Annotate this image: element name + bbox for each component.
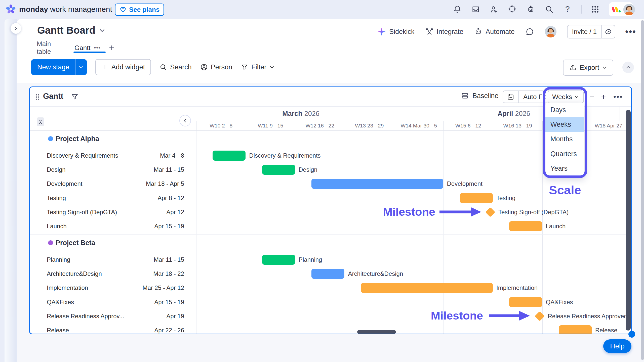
board-owner-avatar[interactable] bbox=[545, 26, 556, 37]
collapse-board-header-button[interactable] bbox=[622, 62, 634, 73]
gantt-bar[interactable] bbox=[460, 193, 493, 203]
inbox-icon[interactable] bbox=[471, 5, 480, 14]
add-view-button[interactable] bbox=[108, 43, 115, 53]
product-switcher-grid-icon[interactable] bbox=[590, 5, 600, 14]
scale-option[interactable]: Days bbox=[545, 103, 584, 117]
task-row[interactable]: PlanningMar 11 - 15 bbox=[30, 253, 194, 267]
tab-gantt[interactable]: Gantt ••• bbox=[74, 43, 101, 53]
discussion-bubble-icon[interactable] bbox=[525, 27, 534, 36]
monday-app: mondaywork management See plans bbox=[0, 0, 644, 362]
automate-button[interactable]: Automate bbox=[474, 27, 515, 36]
task-row[interactable]: DesignMar 11 - 15 bbox=[30, 163, 194, 177]
search-icon[interactable] bbox=[544, 5, 554, 14]
horizontal-scrollbar[interactable] bbox=[357, 330, 396, 334]
board-title[interactable]: Gantt Board bbox=[37, 25, 105, 36]
zoom-out-button[interactable]: − bbox=[587, 90, 597, 103]
week-cell: W13 23 - 29 bbox=[345, 121, 394, 130]
board-more-options-icon[interactable]: ••• bbox=[626, 27, 635, 36]
task-row[interactable]: Testing Sign-off (DepGTA)Apr 12 bbox=[30, 205, 194, 219]
task-dates: Apr 8 - 12 bbox=[158, 195, 184, 202]
scale-option[interactable]: Years bbox=[545, 161, 584, 176]
task-row[interactable]: ReleaseApr 22 - 26 bbox=[30, 323, 194, 334]
milestone-diamond-icon[interactable] bbox=[535, 311, 545, 321]
task-row[interactable]: ImplementationMar 25 - Apr 12 bbox=[30, 281, 194, 295]
bar-label: Discovery & Requirements bbox=[249, 151, 321, 161]
task-row[interactable]: Architecture&DesignMar 18 - 22 bbox=[30, 267, 194, 281]
gantt-bar[interactable] bbox=[509, 221, 542, 231]
task-row[interactable]: TestingApr 8 - 12 bbox=[30, 191, 194, 205]
bar-label: Testing bbox=[496, 193, 515, 203]
widget-resize-dot[interactable] bbox=[628, 331, 635, 338]
tab-main-table[interactable]: Main table bbox=[37, 43, 66, 53]
sidebar-expand-button[interactable] bbox=[11, 23, 21, 34]
sidekick-label: Sidekick bbox=[389, 28, 415, 36]
chevron-down-icon bbox=[99, 27, 105, 34]
scale-option[interactable]: Months bbox=[545, 132, 584, 147]
invite-button-group: Invite / 1 bbox=[567, 25, 615, 38]
collapse-all-groups-button[interactable] bbox=[37, 117, 44, 126]
task-name: Development bbox=[47, 180, 82, 187]
filter-button[interactable]: Filter bbox=[241, 63, 274, 71]
export-chevron-icon bbox=[602, 65, 607, 70]
gantt-widget[interactable]: Gantt Baseline Auto Fit Weeks − + ••• bbox=[29, 86, 632, 334]
scale-option[interactable]: Weeks bbox=[545, 117, 584, 132]
month-cell: March2026 bbox=[194, 107, 408, 121]
account-chip[interactable] bbox=[609, 2, 635, 17]
see-plans-button[interactable]: See plans bbox=[115, 4, 164, 16]
task-row[interactable]: LaunchApr 15 - 19 bbox=[30, 219, 194, 233]
week-cell: W15 6 - 12 bbox=[444, 121, 493, 130]
gantt-bar[interactable] bbox=[311, 179, 443, 189]
board-header-actions: Sidekick Integrate Automate Invite / 1 •… bbox=[377, 25, 635, 38]
scale-option[interactable]: Quarters bbox=[545, 147, 584, 161]
assistant-robot-icon[interactable] bbox=[526, 5, 536, 14]
gantt-bar[interactable] bbox=[213, 151, 246, 161]
drag-handle-icon[interactable] bbox=[35, 93, 40, 101]
group-color-dot bbox=[48, 240, 53, 245]
task-row[interactable]: Discovery & RequirementsMar 4 - 8 bbox=[30, 149, 194, 163]
zoom-in-button[interactable]: + bbox=[598, 90, 609, 103]
gantt-bar[interactable] bbox=[262, 165, 295, 175]
export-button[interactable]: Export bbox=[563, 60, 613, 76]
gantt-bar[interactable] bbox=[559, 325, 592, 334]
bar-label: Architecture&Design bbox=[348, 269, 403, 279]
integrate-button[interactable]: Integrate bbox=[425, 27, 464, 36]
widget-more-options-icon[interactable]: ••• bbox=[613, 90, 623, 103]
group-row[interactable]: Project Alpha bbox=[30, 132, 194, 146]
task-row[interactable]: DevelopmentMar 18 - Apr 5 bbox=[30, 177, 194, 191]
new-stage-chevron-icon[interactable] bbox=[76, 59, 87, 75]
milestone-diamond-icon[interactable] bbox=[485, 207, 495, 217]
gantt-bar[interactable] bbox=[361, 283, 493, 293]
scale-dropdown-button[interactable]: Weeks bbox=[548, 90, 584, 103]
calendar-icon[interactable] bbox=[503, 91, 519, 103]
task-row[interactable]: Release Readiness Approv...Apr 19 bbox=[30, 309, 194, 323]
invite-button[interactable]: Invite / 1 bbox=[568, 25, 601, 38]
sidekick-button[interactable]: Sidekick bbox=[377, 27, 415, 36]
bar-label: QA&Fixes bbox=[546, 297, 573, 307]
page-title: Gantt Board bbox=[37, 25, 95, 36]
new-stage-split-button[interactable]: New stage bbox=[31, 59, 87, 75]
user-avatar[interactable] bbox=[623, 4, 635, 15]
gantt-bar[interactable] bbox=[311, 269, 344, 279]
auto-fit-button[interactable]: Auto Fit bbox=[519, 91, 550, 103]
collapse-task-panel-button[interactable] bbox=[179, 115, 191, 126]
help-question-icon[interactable]: ? bbox=[563, 5, 572, 14]
gantt-bar[interactable] bbox=[509, 297, 542, 307]
tab-options-icon[interactable]: ••• bbox=[94, 44, 101, 51]
widget-filter-icon[interactable] bbox=[71, 93, 79, 101]
toolbar: New stage Add widget Search Person Filte… bbox=[31, 59, 274, 75]
invite-members-icon[interactable] bbox=[489, 5, 499, 14]
help-button[interactable]: Help bbox=[603, 339, 631, 353]
task-row[interactable]: QA&FixesApr 15 - 19 bbox=[30, 295, 194, 309]
vertical-scrollbar[interactable] bbox=[626, 110, 631, 331]
copy-link-icon[interactable] bbox=[602, 25, 615, 38]
add-widget-button[interactable]: Add widget bbox=[95, 59, 151, 75]
group-row[interactable]: Project Beta bbox=[30, 236, 194, 250]
page-scrollbar[interactable] bbox=[641, 20, 644, 360]
notifications-bell-icon[interactable] bbox=[453, 5, 462, 14]
gantt-bar[interactable] bbox=[262, 255, 295, 265]
person-filter-button[interactable]: Person bbox=[200, 63, 232, 71]
apps-marketplace-icon[interactable] bbox=[508, 5, 517, 14]
baseline-button[interactable]: Baseline bbox=[461, 92, 499, 100]
task-dates: Mar 11 - 15 bbox=[154, 166, 184, 173]
search-button[interactable]: Search bbox=[159, 63, 192, 71]
